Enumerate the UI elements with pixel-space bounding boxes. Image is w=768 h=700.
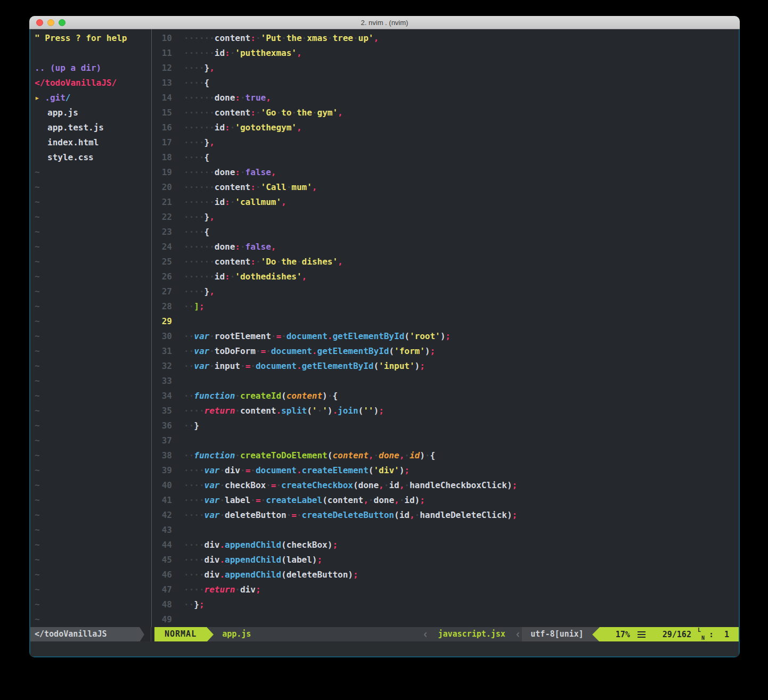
statusline-spacer	[251, 627, 421, 641]
code-line-31[interactable]: 31··var·toDoForm·=·document.getElementBy…	[152, 344, 739, 359]
code-line-41[interactable]: 41····var·label·=·createLabel(content,·d…	[152, 493, 739, 508]
filetype-segment: javascript.jsx	[429, 627, 513, 641]
line-number: 31	[152, 344, 172, 359]
chevron-left-icon: ‹	[514, 627, 522, 641]
terminal-window: 2. nvim . (nvim) " Press ? for help.. (u…	[29, 16, 740, 657]
code-line-49[interactable]: 49	[152, 612, 739, 627]
empty-buffer-tilde: ~	[30, 299, 151, 314]
empty-buffer-tilde: ~	[30, 582, 151, 597]
code-line-25[interactable]: 25······content:·'Do·the·dishes',	[152, 254, 739, 269]
code-line-43[interactable]: 43	[152, 523, 739, 538]
code-line-33[interactable]: 33	[152, 374, 739, 389]
line-number: 27	[152, 284, 172, 299]
tree-up-dir[interactable]: .. (up a dir)	[30, 61, 151, 76]
tree-item-app-js[interactable]: app.js	[30, 105, 151, 120]
code-line-44[interactable]: 44····div.appendChild(checkBox);	[152, 538, 739, 553]
command-line-area[interactable]	[30, 641, 739, 656]
empty-buffer-tilde: ~	[30, 329, 151, 344]
zoom-button[interactable]	[59, 19, 66, 26]
code-line-19[interactable]: 19······done:·false,	[152, 165, 739, 180]
empty-buffer-tilde: ~	[30, 165, 151, 180]
code-line-37[interactable]: 37	[152, 433, 739, 448]
line-number: 29	[152, 314, 172, 329]
code-line-30[interactable]: 30··var·rootElement·=·document.getElemen…	[152, 329, 739, 344]
close-button[interactable]	[36, 19, 43, 26]
mode-indicator: NORMAL	[154, 627, 207, 641]
code-line-32[interactable]: 32··var·input·=·document.getElementById(…	[152, 359, 739, 374]
powerline-arrow-icon	[592, 627, 600, 641]
powerline-arrow-icon	[140, 627, 144, 641]
powerline-arrow-icon	[207, 627, 214, 641]
line-number: 49	[152, 612, 172, 627]
encoding-segment: utf-8[unix]	[522, 627, 592, 641]
empty-buffer-tilde: ~	[30, 314, 151, 329]
code-line-40[interactable]: 40····var·checkBox·=·createCheckbox(done…	[152, 478, 739, 493]
code-line-23[interactable]: 23····{	[152, 225, 739, 240]
code-line-27[interactable]: 27····},	[152, 284, 739, 299]
tree-item-style-css[interactable]: style.css	[30, 150, 151, 165]
empty-buffer-tilde: ~	[30, 195, 151, 210]
code-line-21[interactable]: 21······id:·'callmum',	[152, 195, 739, 210]
empty-buffer-tilde: ~	[30, 612, 151, 627]
line-number: 12	[152, 61, 172, 76]
line-number: 26	[152, 269, 172, 284]
line-number: 14	[152, 90, 172, 105]
minimize-button[interactable]	[47, 19, 54, 26]
nerdtree-sidebar[interactable]: " Press ? for help.. (up a dir)</todoVan…	[30, 29, 151, 627]
empty-buffer-tilde: ~	[30, 344, 151, 359]
empty-buffer-tilde: ~	[30, 284, 151, 299]
window-title: 2. nvim . (nvim)	[361, 19, 408, 27]
code-line-16[interactable]: 16······id:·'gotothegym',	[152, 120, 739, 135]
empty-buffer-tilde: ~	[30, 463, 151, 478]
line-number: 34	[152, 389, 172, 403]
title-bar[interactable]: 2. nvim . (nvim)	[29, 16, 740, 29]
line-number: 15	[152, 105, 172, 120]
code-line-29[interactable]: 29	[152, 314, 739, 329]
dir-collapsed-arrow-icon[interactable]: ▸	[35, 93, 45, 103]
code-line-24[interactable]: 24······done:·false,	[152, 240, 739, 254]
code-line-45[interactable]: 45····div.appendChild(label);	[152, 553, 739, 567]
vim-panes: " Press ? for help.. (up a dir)</todoVan…	[30, 29, 739, 627]
code-line-11[interactable]: 11······id:·'putthexmas',	[152, 46, 739, 61]
code-editor[interactable]: 10······content:·'Put·the·xmas·tree·up',…	[152, 29, 739, 627]
tree-item-index-html[interactable]: index.html	[30, 135, 151, 150]
code-line-20[interactable]: 20······content:·'Call·mum',	[152, 180, 739, 195]
tree-root[interactable]: </todoVanillaJS/	[30, 76, 151, 90]
empty-buffer-tilde: ~	[30, 508, 151, 523]
code-line-15[interactable]: 15······content:·'Go·to·the·gym',	[152, 105, 739, 120]
code-line-42[interactable]: 42····var·deleteButton·=·createDeleteBut…	[152, 508, 739, 523]
line-number: 32	[152, 359, 172, 374]
code-line-17[interactable]: 17····},	[152, 135, 739, 150]
code-line-35[interactable]: 35····return·content.split('·').join('')…	[152, 403, 739, 418]
tree-item--git[interactable]: ▸ .git/	[30, 90, 151, 105]
tree-item-app-test-js[interactable]: app.test.js	[30, 120, 151, 135]
code-line-12[interactable]: 12····},	[152, 61, 739, 76]
code-line-48[interactable]: 48··};	[152, 597, 739, 612]
code-line-46[interactable]: 46····div.appendChild(deleteButton);	[152, 567, 739, 582]
empty-buffer-tilde: ~	[30, 240, 151, 254]
code-line-39[interactable]: 39····var·div·=·document.createElement('…	[152, 463, 739, 478]
code-line-22[interactable]: 22····},	[152, 210, 739, 225]
empty-buffer-tilde: ~	[30, 210, 151, 225]
line-number: 17	[152, 135, 172, 150]
code-line-28[interactable]: 28··];	[152, 299, 739, 314]
code-line-34[interactable]: 34··function·createId(content)·{	[152, 389, 739, 403]
code-line-10[interactable]: 10······content:·'Put·the·xmas·tree·up',	[152, 31, 739, 46]
code-line-26[interactable]: 26······id:·'dothedishes',	[152, 269, 739, 284]
code-line-36[interactable]: 36··}	[152, 418, 739, 433]
code-line-47[interactable]: 47····return·div;	[152, 582, 739, 597]
tree-blank-row	[30, 46, 151, 61]
line-number: 19	[152, 165, 172, 180]
line-number: 43	[152, 523, 172, 538]
empty-buffer-tilde: ~	[30, 225, 151, 240]
code-line-38[interactable]: 38··function·createToDoElement(content,·…	[152, 448, 739, 463]
code-line-14[interactable]: 14······done:·true,	[152, 90, 739, 105]
empty-buffer-tilde: ~	[30, 493, 151, 508]
line-number: 36	[152, 418, 172, 433]
empty-buffer-tilde: ~	[30, 359, 151, 374]
traffic-lights	[36, 19, 66, 26]
code-line-18[interactable]: 18····{	[152, 150, 739, 165]
line-number: 40	[152, 478, 172, 493]
line-number: 20	[152, 180, 172, 195]
code-line-13[interactable]: 13····{	[152, 76, 739, 90]
